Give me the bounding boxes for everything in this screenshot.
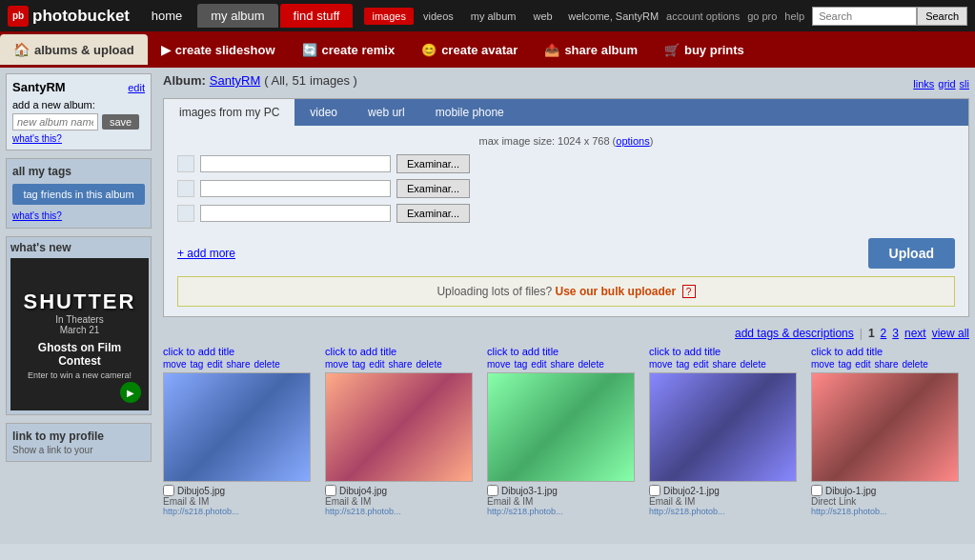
share-icon: 📤 [544,43,559,57]
album-header: Album: SantyRM ( All, 51 images ) links … [163,73,969,93]
logo: pb photobucket [8,6,130,27]
subnav-pill-videos[interactable]: videos [416,8,461,25]
photo-action-move[interactable]: move [325,359,348,370]
photo-thumb-wrapper[interactable] [811,372,959,482]
view-all-link[interactable]: view all [932,327,969,340]
photo-action-tag[interactable]: tag [676,359,689,370]
tag-friends-button[interactable]: tag friends in this album [12,184,145,205]
photo-thumb-wrapper[interactable] [163,372,311,482]
upload-tab-images[interactable]: images from my PC [164,99,295,126]
subnav-buy-prints[interactable]: 🛒 buy prints [651,35,758,65]
photo-checkbox[interactable] [649,485,660,496]
add-more-link[interactable]: + add more [177,247,235,260]
add-tags-link[interactable]: add tags & descriptions [735,327,854,340]
photo-action-tag[interactable]: tag [190,359,203,370]
photo-action-delete[interactable]: delete [254,359,280,370]
photo-checkbox[interactable] [325,485,336,496]
photo-action-edit[interactable]: edit [693,359,708,370]
photo-checkbox[interactable] [487,485,498,496]
search-input[interactable] [812,7,917,26]
whats-this-link-1[interactable]: what's this? [12,133,145,144]
photo-title[interactable]: click to add title [649,346,802,357]
photo-action-move[interactable]: move [487,359,510,370]
bulk-help-icon[interactable]: ? [682,285,696,298]
link-profile-title: link to my profile [12,430,145,443]
photo-action-share[interactable]: share [550,359,574,370]
edit-link[interactable]: edit [128,82,145,93]
photo-action-share[interactable]: share [226,359,250,370]
ad-badge: ▶ [120,382,141,403]
whats-new-ad[interactable]: SHUTTER In Theaters March 21 Ghosts on F… [10,258,149,410]
photo-action-move[interactable]: move [163,359,186,370]
link-profile-desc: Show a link to your [12,445,145,455]
subnav-create-slideshow[interactable]: ▶ create slideshow [148,35,289,65]
upload-tab-weburl[interactable]: web url [353,99,420,126]
view-grid[interactable]: grid [938,78,955,90]
file-input-2[interactable] [200,180,391,197]
photo-action-move[interactable]: move [649,359,672,370]
subnav-pill-myalbum[interactable]: my album [463,8,524,25]
view-sli[interactable]: sli [960,78,969,90]
upload-tab-video[interactable]: video [295,99,353,126]
examinar-button-2[interactable]: Examinar... [396,179,470,198]
link-profile-box: link to my profile Show a link to your [6,423,152,462]
photo-action-edit[interactable]: edit [531,359,546,370]
next-link[interactable]: next [904,327,926,340]
whats-this-link-2[interactable]: what's this? [12,210,62,221]
help-link[interactable]: help [784,10,804,22]
photo-action-delete[interactable]: delete [416,359,442,370]
subnav-create-avatar[interactable]: 😊 create avatar [408,35,531,65]
photo-action-edit[interactable]: edit [855,359,870,370]
examinar-button-3[interactable]: Examinar... [396,204,470,223]
subnav-create-remix[interactable]: 🔄 create remix [289,35,409,65]
photo-action-delete[interactable]: delete [903,359,928,370]
photo-action-delete[interactable]: delete [579,359,604,370]
photo-item: click to add title move tag edit share d… [487,346,640,516]
photo-title[interactable]: click to add title [487,346,640,357]
page-3-link[interactable]: 3 [892,327,899,340]
upload-tab-mobile[interactable]: mobile phone [420,99,519,126]
save-button[interactable]: save [102,114,139,130]
go-pro-link[interactable]: go pro [747,10,777,22]
options-link[interactable]: options [616,135,649,147]
nav-home[interactable]: home [138,4,196,28]
photo-checkbox[interactable] [163,485,174,496]
pagination-bar: add tags & descriptions | 1 2 3 next vie… [163,327,969,340]
photo-action-tag[interactable]: tag [352,359,365,370]
photo-action-share[interactable]: share [874,359,898,370]
subnav-pill-images[interactable]: images [364,8,413,25]
view-links[interactable]: links [913,78,934,90]
bulk-uploader-link[interactable]: Use our bulk uploader [556,285,677,298]
search-button[interactable]: Search [917,7,967,26]
account-options-link[interactable]: account options [666,10,740,22]
new-album-input[interactable] [12,113,98,130]
photo-thumb-wrapper[interactable] [487,372,635,482]
photo-action-edit[interactable]: edit [369,359,384,370]
page-2-link[interactable]: 2 [881,327,887,340]
photo-action-tag[interactable]: tag [838,359,851,370]
file-input-3[interactable] [200,205,391,222]
photo-thumb-wrapper[interactable] [649,372,797,482]
subnav-share-album[interactable]: 📤 share album [531,35,651,65]
photo-url: http://s218.photob... [811,507,954,516]
nav-myalbum[interactable]: my album [197,4,277,28]
photo-checkbox[interactable] [811,485,823,496]
photo-action-share[interactable]: share [388,359,412,370]
photo-action-tag[interactable]: tag [514,359,527,370]
album-user-link[interactable]: SantyRM [210,73,260,88]
photo-thumb-wrapper[interactable] [325,372,473,482]
photo-action-move[interactable]: move [811,359,834,370]
file-input-1[interactable] [200,155,391,172]
subnav-pill-web[interactable]: web [525,8,559,25]
photo-title[interactable]: click to add title [811,346,964,357]
photo-action-share[interactable]: share [712,359,736,370]
photo-action-delete[interactable]: delete [741,359,766,370]
photo-action-edit[interactable]: edit [207,359,222,370]
sub-nav: 🏠 albums & upload ▶ create slideshow 🔄 c… [0,31,975,68]
photo-title[interactable]: click to add title [163,346,315,357]
examinar-button-1[interactable]: Examinar... [396,154,470,173]
nav-findstuff[interactable]: find stuff [280,4,354,28]
subnav-albums-upload[interactable]: 🏠 albums & upload [0,34,148,65]
photo-title[interactable]: click to add title [325,346,477,357]
upload-button[interactable]: Upload [868,238,955,269]
